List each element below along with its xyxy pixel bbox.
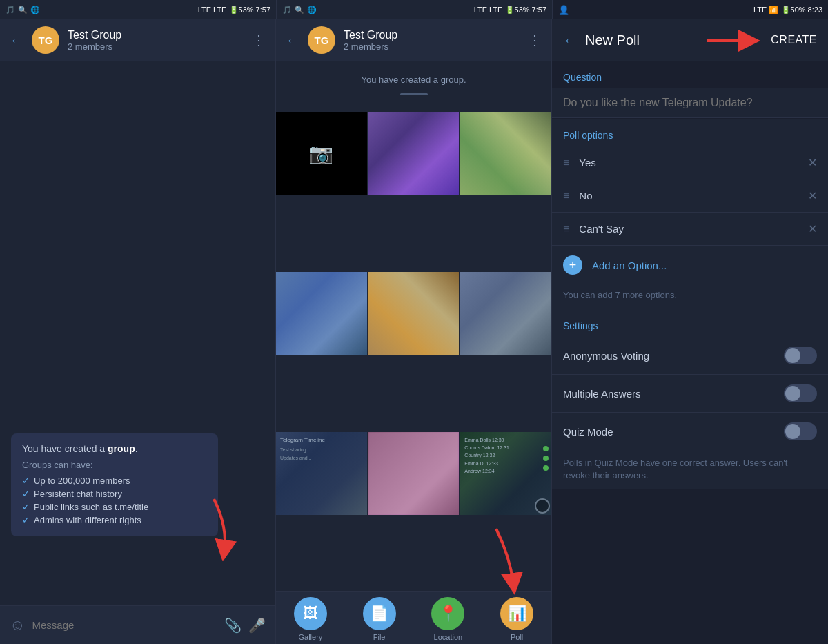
- media-cell-camera[interactable]: 📷: [276, 112, 367, 195]
- back-button-left[interactable]: ←: [10, 32, 23, 48]
- panel-middle: ← TG Test Group 2 members ⋮ You have cre…: [276, 19, 552, 644]
- tab-gallery[interactable]: 🖼 Gallery: [276, 597, 345, 641]
- setting-row-anonymous: Anonymous Voting: [552, 337, 828, 375]
- status-bar-panel1: 🎵 🔍 🌐 LTE LTE 🔋53% 7:57: [0, 0, 276, 19]
- main-content: ← TG Test Group 2 members ⋮ You have cre…: [0, 19, 828, 644]
- status-icons-left-1: 🎵 🔍 🌐: [6, 6, 40, 14]
- create-area: CREATE: [771, 34, 817, 46]
- poll-options-label: Poll options: [552, 119, 828, 146]
- more-button-middle[interactable]: ⋮: [528, 32, 542, 48]
- mic-button-left[interactable]: 🎤: [248, 617, 266, 634]
- location-icon: 📍: [431, 597, 464, 630]
- file-icon: 📄: [363, 597, 396, 630]
- media-grid[interactable]: 📷 Telegram Timeline Test sharing... Upda…: [276, 112, 551, 591]
- add-option-text: Add an Option...: [592, 260, 667, 271]
- add-option-row[interactable]: + Add an Option...: [552, 246, 828, 284]
- chat-name-left: Test Group: [68, 29, 244, 41]
- avatar-middle: TG: [308, 26, 335, 54]
- chat-members-middle: 2 members: [344, 41, 520, 52]
- create-button[interactable]: CREATE: [771, 34, 817, 46]
- chat-header-left: ← TG Test Group 2 members ⋮: [0, 19, 275, 61]
- poll-option-row-2: ≡ No ✕: [552, 179, 828, 213]
- gallery-label: Gallery: [298, 633, 322, 641]
- check-icon-2: ✓: [22, 489, 30, 499]
- setting-multiple-text: Multiple Answers: [563, 388, 784, 400]
- media-cell-4[interactable]: [368, 272, 460, 355]
- check-icon-4: ✓: [22, 515, 30, 525]
- setting-anonymous-text: Anonymous Voting: [563, 350, 784, 362]
- panel-left: ← TG Test Group 2 members ⋮ You have cre…: [0, 19, 276, 644]
- signal-text-1: LTE LTE 🔋53% 7:57: [198, 6, 270, 14]
- file-label: File: [373, 633, 386, 641]
- arrow-panel1: [186, 492, 241, 564]
- user-icon-3: 👤: [558, 5, 569, 15]
- tab-file[interactable]: 📄 File: [345, 597, 414, 641]
- status-icons-left-2: 🎵 🔍 🌐: [282, 6, 317, 14]
- globe-icon-2: 🌐: [307, 6, 317, 14]
- tab-bar-container: 🖼 Gallery 📄 File 📍 Location 📊 Poll: [276, 591, 551, 644]
- media-cell-3[interactable]: [276, 272, 367, 355]
- close-icon-1[interactable]: ✕: [808, 156, 817, 169]
- tab-poll[interactable]: 📊 Poll: [482, 597, 551, 641]
- option-text-1: Yes: [579, 157, 798, 168]
- anonymous-toggle[interactable]: [784, 347, 817, 364]
- drag-icon-3: ≡: [563, 223, 569, 235]
- poll-header: ← New Poll CREATE: [552, 19, 828, 61]
- chat-header-middle: ← TG Test Group 2 members ⋮: [276, 19, 551, 61]
- tab-location[interactable]: 📍 Location: [414, 597, 483, 641]
- setting-quiz-text: Quiz Mode: [563, 426, 784, 438]
- media-cell-5[interactable]: [460, 272, 551, 355]
- poll-options-section: Poll options ≡ Yes ✕ ≡ No ✕ ≡ Can't Say …: [552, 119, 828, 309]
- poll-option-row-3: ≡ Can't Say ✕: [552, 213, 828, 246]
- red-arrow-svg-1: [186, 492, 241, 561]
- emoji-button-left[interactable]: ☺: [10, 616, 25, 634]
- more-button-left[interactable]: ⋮: [252, 32, 266, 48]
- poll-option-row-1: ≡ Yes ✕: [552, 146, 828, 179]
- option-text-3: Can't Say: [579, 223, 798, 235]
- add-option-plus-icon: +: [563, 255, 582, 275]
- media-icon-1: 🎵: [6, 6, 15, 14]
- status-bar-panel2: 🎵 🔍 🌐 LTE LTE 🔋53% 7:57: [276, 0, 552, 19]
- quiz-hint: Polls in Quiz Mode have one correct answ…: [552, 450, 828, 489]
- group-created-message: You have created a group.: [287, 69, 540, 90]
- status-bar-panel3: 👤 LTE 📶 🔋50% 8:23: [552, 0, 828, 19]
- media-cell-1[interactable]: [368, 112, 460, 195]
- back-button-poll[interactable]: ←: [563, 32, 577, 48]
- settings-section: Settings Anonymous Voting Multiple Answe…: [552, 309, 828, 489]
- poll-content[interactable]: Question Poll options ≡ Yes ✕ ≡ No: [552, 61, 828, 644]
- media-cell-6[interactable]: Telegram Timeline Test sharing... Update…: [276, 432, 367, 515]
- close-icon-3[interactable]: ✕: [808, 222, 817, 235]
- attach-button-left[interactable]: 📎: [224, 617, 241, 634]
- media-cell-7[interactable]: [368, 432, 460, 515]
- close-icon-2[interactable]: ✕: [808, 189, 817, 202]
- location-label: Location: [434, 633, 463, 641]
- drag-icon-2: ≡: [563, 190, 569, 202]
- tooltip-item-4: ✓ Admins with different rights: [22, 514, 207, 527]
- check-icon-3: ✓: [22, 502, 30, 512]
- setting-row-multiple: Multiple Answers: [552, 375, 828, 413]
- red-arrow-svg-poll: [462, 522, 531, 598]
- panel-poll: ← New Poll CREATE: [552, 19, 828, 644]
- quiz-toggle[interactable]: [784, 422, 817, 440]
- group-created-container: You have created a group.: [276, 61, 551, 106]
- question-label: Question: [552, 61, 828, 88]
- option-text-2: No: [579, 190, 798, 202]
- media-cell-2[interactable]: [460, 112, 551, 195]
- status-bar: 🎵 🔍 🌐 LTE LTE 🔋53% 7:57 🎵 🔍 🌐 LTE LTE 🔋5…: [0, 0, 828, 19]
- media-icon-2: 🎵: [282, 6, 292, 14]
- globe-icon-1: 🌐: [30, 6, 40, 14]
- check-icon-1: ✓: [22, 476, 30, 486]
- status-right-2: LTE LTE 🔋53% 7:57: [474, 6, 546, 14]
- multiple-toggle[interactable]: [784, 384, 817, 402]
- media-cell-8[interactable]: Emma Dolls 12:30 Chorus Datum 12:31 Coun…: [460, 432, 551, 515]
- chat-members-left: 2 members: [68, 41, 244, 52]
- arrow-poll: [462, 522, 531, 601]
- chat-info-left: Test Group 2 members: [68, 29, 244, 52]
- tooltip-list: ✓ Up to 200,000 members ✓ Persistent cha…: [22, 474, 207, 527]
- message-input-left[interactable]: [32, 619, 217, 631]
- setting-row-quiz: Quiz Mode: [552, 413, 828, 450]
- question-input[interactable]: [552, 88, 828, 117]
- chat-name-middle: Test Group: [344, 29, 520, 41]
- back-button-middle[interactable]: ←: [286, 32, 299, 48]
- poll-label: Poll: [511, 633, 523, 641]
